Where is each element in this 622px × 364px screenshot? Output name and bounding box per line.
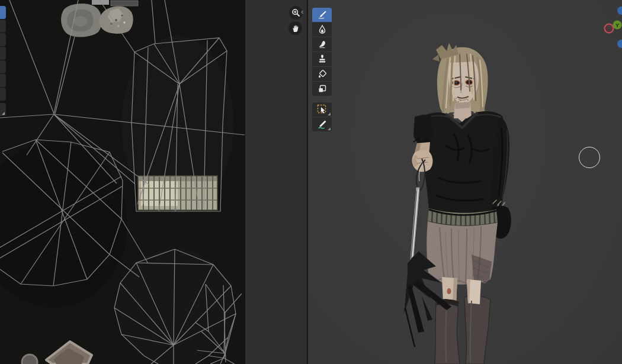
collapse-gizmo-chevron[interactable]: ‹ (301, 7, 303, 17)
axis-y-ball[interactable]: Y (613, 21, 622, 30)
tool-annotate-button[interactable] (312, 117, 332, 131)
tool-clone-button[interactable] (312, 52, 332, 66)
brush-cursor-circle (579, 147, 600, 168)
droplet-icon (318, 25, 327, 34)
tool-draw-button[interactable] (312, 8, 332, 22)
image-editor-tool-slot[interactable] (0, 33, 6, 46)
uv-texture-canvas[interactable] (0, 0, 307, 364)
image-editor-tool-slot[interactable] (0, 88, 6, 101)
pan-button[interactable] (288, 21, 302, 35)
tool-fill-button[interactable] (312, 67, 332, 81)
image-editor-tool-slot[interactable] (0, 60, 6, 73)
paint-toolbar (312, 8, 332, 132)
image-editor-tool-slot[interactable] (0, 20, 6, 33)
paint-bucket-icon (317, 69, 327, 79)
painted-island-left (61, 4, 102, 37)
viewport-3d[interactable]: Y (308, 0, 622, 364)
image-editor-pane[interactable]: ‹ (0, 0, 307, 364)
image-editor-tool-slot[interactable] (0, 74, 6, 87)
tool-tweak-button[interactable] (312, 102, 332, 117)
subtool-corner-indicator (2, 112, 5, 115)
image-editor-tool-annotate[interactable] (0, 103, 6, 116)
magnifier-plus-icon (291, 8, 300, 17)
blender-texture-paint-workspace: ‹ (0, 0, 622, 364)
brush-icon (317, 10, 327, 20)
tool-soften-button[interactable] (312, 22, 332, 37)
subtool-corner-indicator (328, 112, 331, 115)
image-editor-toolbar-collapsed (0, 6, 6, 117)
axis-z-ball[interactable] (617, 7, 622, 15)
axis-z-neg-ball[interactable] (617, 40, 622, 48)
tool-smear-button[interactable] (312, 37, 332, 51)
axis-x-neg-ball[interactable] (605, 24, 614, 33)
view-axis-gizmo: Y (597, 0, 622, 54)
annotate-pen-icon (317, 120, 327, 130)
subtool-corner-indicator (328, 127, 331, 130)
character-model (308, 0, 622, 364)
smear-finger-icon (318, 40, 327, 49)
stamp-icon (318, 54, 327, 64)
axis-y-label: Y (615, 22, 619, 28)
image-editor-tool-slot[interactable] (0, 47, 6, 60)
tool-mask-button[interactable] (312, 82, 332, 96)
hand-icon (291, 24, 300, 33)
mask-icon (318, 84, 327, 94)
tweak-select-icon (317, 104, 328, 115)
image-editor-tool-selected[interactable] (0, 6, 6, 19)
striped-band-texture (138, 176, 217, 210)
